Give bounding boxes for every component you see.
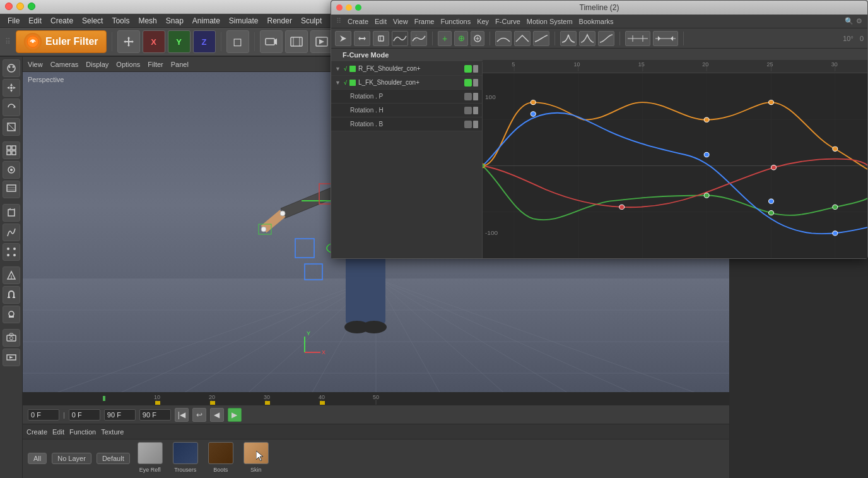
tl-tool-key[interactable] bbox=[411, 31, 427, 46]
goto-start-button[interactable]: |◀ bbox=[175, 408, 189, 422]
tool-move[interactable] bbox=[3, 79, 20, 97]
tl-add-key2[interactable]: ⊕ bbox=[454, 31, 468, 46]
tl-menu-frame[interactable]: Frame bbox=[414, 18, 435, 25]
playback-button[interactable] bbox=[310, 30, 333, 53]
record-button[interactable] bbox=[285, 30, 308, 53]
tl-tangent-1[interactable] bbox=[495, 31, 512, 46]
tool-animation[interactable] bbox=[3, 349, 20, 366]
tl-track-r-fk-shoulder[interactable]: ▼ √ R_FK_Shoulder_con+ bbox=[331, 62, 482, 76]
tl-misc-1[interactable] bbox=[625, 31, 650, 46]
mat-menu-texture[interactable]: Texture bbox=[101, 428, 124, 436]
tool-spline[interactable] bbox=[3, 224, 20, 241]
vp-menu-options[interactable]: Options bbox=[116, 61, 140, 68]
tl-menu-edit[interactable]: Edit bbox=[375, 18, 387, 25]
vp-menu-cameras[interactable]: Cameras bbox=[50, 61, 79, 68]
tl-tool-move[interactable] bbox=[354, 31, 370, 46]
menu-file[interactable]: File bbox=[4, 15, 23, 27]
tl-menu-motion-system[interactable]: Motion System bbox=[527, 18, 573, 25]
tl-misc-2[interactable] bbox=[653, 31, 678, 46]
material-skin[interactable]: Skin bbox=[241, 442, 271, 475]
euler-filter-button[interactable]: Euler Filter bbox=[16, 30, 107, 53]
mat-menu-create[interactable]: Create bbox=[26, 428, 47, 436]
tl-menu-bookmarks[interactable]: Bookmarks bbox=[579, 18, 614, 25]
window-controls[interactable] bbox=[5, 3, 35, 10]
tl-track-rotation-p[interactable]: Rotation . P bbox=[331, 90, 482, 104]
badge-gray4[interactable] bbox=[464, 107, 472, 114]
tl-search-icon[interactable]: 🔍 bbox=[845, 17, 853, 25]
tl-tangent-2[interactable] bbox=[514, 31, 531, 46]
tl-track-rotation-h[interactable]: Rotation . H bbox=[331, 104, 482, 117]
tl-maximize-button[interactable] bbox=[355, 4, 361, 11]
tl-menu-view[interactable]: View bbox=[393, 18, 408, 25]
badge-gray[interactable] bbox=[473, 65, 478, 73]
x-axis-button[interactable]: X bbox=[143, 30, 165, 53]
material-boots[interactable]: Boots bbox=[206, 442, 236, 475]
tl-settings-icon[interactable]: ⚙ bbox=[856, 17, 862, 25]
menu-select[interactable]: Select bbox=[78, 15, 107, 27]
badge-gray5b[interactable] bbox=[473, 121, 478, 128]
vp-menu-display[interactable]: Display bbox=[86, 61, 108, 68]
menu-simulate[interactable]: Simulate bbox=[225, 15, 262, 27]
timeline-curves-area[interactable]: 5 10 15 20 25 30 bbox=[483, 62, 867, 258]
tl-interp-3[interactable] bbox=[598, 31, 614, 46]
tl-track-rotation-b[interactable]: Rotation . B bbox=[331, 117, 482, 131]
menu-create[interactable]: Create bbox=[47, 15, 77, 27]
current-frame-input[interactable] bbox=[28, 409, 59, 421]
tool-scale[interactable] bbox=[3, 118, 20, 136]
step-forward-button[interactable]: ◀ bbox=[210, 408, 224, 422]
tl-interp-1[interactable] bbox=[560, 31, 577, 46]
tl-minimize-button[interactable] bbox=[346, 4, 352, 11]
tl-close-button[interactable] bbox=[336, 4, 343, 11]
tl-menu-key[interactable]: Key bbox=[477, 18, 489, 25]
step-back-button[interactable]: ↩ bbox=[192, 408, 206, 422]
tl-menu-fcurve[interactable]: F-Curve bbox=[495, 18, 520, 25]
timeline-window-controls[interactable] bbox=[336, 4, 361, 11]
move-tool-button[interactable] bbox=[117, 30, 140, 53]
end-frame-input[interactable] bbox=[104, 409, 136, 421]
minimize-button[interactable] bbox=[16, 3, 24, 10]
tool-rotate[interactable] bbox=[3, 99, 20, 116]
menu-render[interactable]: Render bbox=[264, 15, 296, 27]
badge-green[interactable] bbox=[464, 65, 472, 73]
tool-paint[interactable] bbox=[3, 181, 20, 198]
tl-key-action[interactable] bbox=[471, 31, 484, 46]
material-trousers[interactable]: Trousers bbox=[170, 442, 201, 475]
tool-3d[interactable] bbox=[3, 204, 20, 222]
tool-brush[interactable] bbox=[3, 161, 20, 179]
menu-mesh[interactable]: Mesh bbox=[134, 15, 160, 27]
menu-snap[interactable]: Snap bbox=[162, 15, 187, 27]
tool-select[interactable] bbox=[3, 59, 20, 77]
layer-btn-nolayer[interactable]: No Layer bbox=[52, 453, 91, 464]
badge-gray4b[interactable] bbox=[473, 107, 478, 114]
vp-menu-filter[interactable]: Filter bbox=[148, 61, 163, 68]
tool-magnet[interactable] bbox=[3, 286, 20, 304]
layer-btn-all[interactable]: All bbox=[28, 453, 47, 464]
menu-animate[interactable]: Animate bbox=[189, 15, 224, 27]
tool-deform[interactable] bbox=[3, 243, 20, 261]
tool-stamp[interactable] bbox=[3, 306, 20, 323]
tl-add-key[interactable]: + bbox=[438, 31, 452, 46]
tool-camera2[interactable] bbox=[3, 329, 20, 347]
badge-gray5[interactable] bbox=[464, 121, 472, 128]
badge-gray3b[interactable] bbox=[473, 93, 478, 100]
play-button[interactable]: ▶ bbox=[228, 408, 242, 422]
badge-gray2[interactable] bbox=[473, 79, 478, 87]
close-button[interactable] bbox=[5, 3, 13, 10]
mat-menu-function[interactable]: Function bbox=[69, 428, 96, 436]
y-axis-button[interactable]: Y bbox=[168, 30, 191, 53]
vp-menu-panel[interactable]: Panel bbox=[171, 61, 189, 68]
tl-tool-edit[interactable] bbox=[373, 31, 389, 46]
menu-tools[interactable]: Tools bbox=[108, 15, 133, 27]
tl-track-l-fk-shoulder[interactable]: ▼ √ L_FK_Shoulder_con+ bbox=[331, 76, 482, 90]
mat-menu-edit[interactable]: Edit bbox=[52, 428, 64, 436]
tool-knife[interactable] bbox=[3, 266, 20, 284]
tl-tool-curve[interactable] bbox=[392, 31, 408, 46]
z-axis-button[interactable]: Z bbox=[193, 30, 216, 53]
tl-tangent-3[interactable] bbox=[533, 31, 549, 46]
menu-edit[interactable]: Edit bbox=[25, 15, 45, 27]
start-frame-input[interactable] bbox=[69, 409, 100, 421]
badge-green2[interactable] bbox=[464, 79, 472, 87]
tl-menu-create[interactable]: Create bbox=[348, 18, 368, 25]
menu-sculpt[interactable]: Sculpt bbox=[297, 15, 326, 27]
total-frame-input[interactable] bbox=[139, 409, 171, 421]
